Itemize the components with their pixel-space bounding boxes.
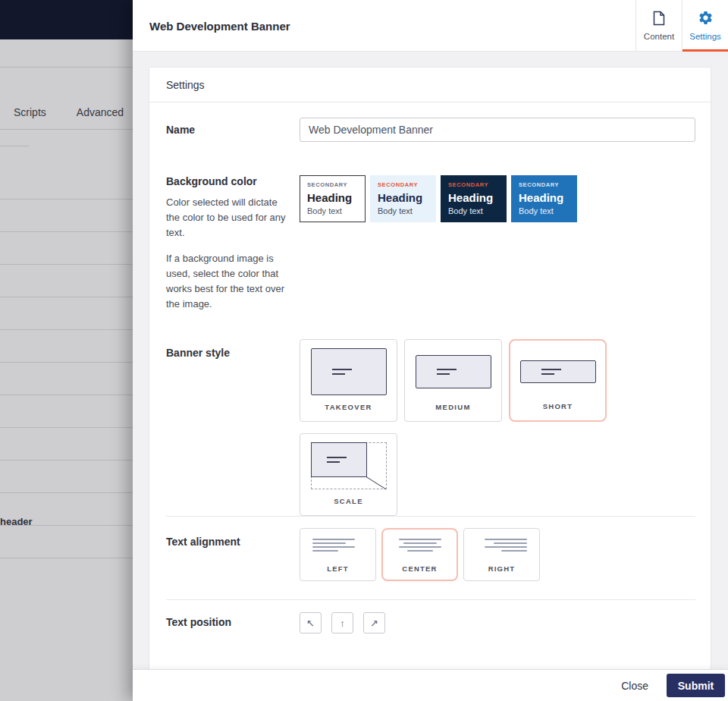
card-title: Settings xyxy=(149,68,711,102)
close-button[interactable]: Close xyxy=(621,680,648,692)
banner-style-short[interactable]: SHORT xyxy=(509,339,607,422)
drawer-title: Web Development Banner xyxy=(149,19,290,32)
swatch-secondary-text: SECONDARY xyxy=(307,181,358,188)
swatch-heading-text: Heading xyxy=(307,191,358,204)
color-swatch-group: SECONDARY Heading Body text SECONDARY He… xyxy=(300,175,695,222)
gear-icon xyxy=(698,10,714,29)
banner-style-option-label: SHORT xyxy=(543,402,573,410)
background-color-help-1: Color selected will dictate the color to… xyxy=(166,195,286,240)
settings-drawer: Web Development Banner Content xyxy=(133,0,728,701)
name-input[interactable] xyxy=(300,118,695,142)
banner-style-option-label: MEDIUM xyxy=(435,403,470,411)
text-position-label: Text position xyxy=(166,612,286,628)
settings-card: Settings Name Background color Color sel… xyxy=(149,67,711,669)
align-left-option[interactable]: LEFT xyxy=(300,528,376,581)
arrow-up-left-icon: ↖ xyxy=(306,618,315,628)
screen: Scripts Advanced header Web Development … xyxy=(0,0,728,701)
swatch-heading-text: Heading xyxy=(378,191,428,204)
name-label: Name xyxy=(166,118,286,136)
align-right-option[interactable]: RIGHT xyxy=(463,528,540,581)
arrow-up-right-icon: ↗ xyxy=(370,618,378,628)
align-center-illustration xyxy=(394,539,445,552)
tab-settings-label: Settings xyxy=(689,32,721,41)
align-option-label: CENTER xyxy=(394,564,445,573)
name-row: Name xyxy=(149,102,711,160)
banner-style-option-label: SCALE xyxy=(334,497,363,505)
submit-button[interactable]: Submit xyxy=(667,674,725,697)
drawer-body: Settings Name Background color Color sel… xyxy=(133,52,728,669)
background-color-label: Background color xyxy=(166,175,286,187)
color-swatch-white[interactable]: SECONDARY Heading Body text xyxy=(300,175,366,222)
drawer-header: Web Development Banner Content xyxy=(133,0,728,52)
position-top-right-button[interactable]: ↗ xyxy=(363,612,385,633)
tab-content-label: Content xyxy=(644,32,674,41)
text-position-row: Text position ↖ ↑ ↗ xyxy=(149,600,711,633)
align-center-option[interactable]: CENTER xyxy=(381,528,458,581)
arrow-up-icon: ↑ xyxy=(340,618,345,628)
swatch-heading-text: Heading xyxy=(519,191,570,204)
short-illustration xyxy=(510,341,605,402)
swatch-body-text: Body text xyxy=(378,206,428,215)
background-color-row: Background color Color selected will dic… xyxy=(149,160,711,333)
banner-style-options: TAKEOVER MEDIUM xyxy=(300,339,626,516)
banner-style-row: Banner style TAKEOVER xyxy=(149,333,711,516)
banner-style-option-label: TAKEOVER xyxy=(325,403,372,411)
banner-style-medium[interactable]: MEDIUM xyxy=(404,339,502,422)
banner-style-label: Banner style xyxy=(166,339,286,359)
swatch-body-text: Body text xyxy=(307,206,358,215)
tab-settings[interactable]: Settings xyxy=(682,0,728,51)
text-position-buttons: ↖ ↑ ↗ xyxy=(300,612,695,633)
tab-content[interactable]: Content xyxy=(635,0,682,51)
swatch-heading-text: Heading xyxy=(448,191,499,204)
text-alignment-label: Text alignment xyxy=(166,528,286,548)
color-swatch-dark-navy[interactable]: SECONDARY Heading Body text xyxy=(441,175,507,222)
swatch-secondary-text: SECONDARY xyxy=(448,181,499,188)
align-option-label: RIGHT xyxy=(476,564,527,573)
text-alignment-options: LEFT CENTER xyxy=(300,528,695,581)
text-alignment-row: Text alignment LEFT xyxy=(149,517,711,599)
banner-style-takeover[interactable]: TAKEOVER xyxy=(300,339,397,422)
medium-illustration xyxy=(405,340,501,403)
drawer-header-tabs: Content Settings xyxy=(635,0,728,51)
swatch-body-text: Body text xyxy=(448,206,499,215)
document-icon xyxy=(653,11,665,29)
takeover-illustration xyxy=(300,340,397,403)
align-option-label: LEFT xyxy=(312,564,363,573)
align-left-illustration xyxy=(312,539,363,552)
swatch-secondary-text: SECONDARY xyxy=(378,181,428,188)
align-right-illustration xyxy=(476,539,527,552)
banner-style-scale[interactable]: SCALE xyxy=(300,433,397,516)
scale-illustration xyxy=(300,434,397,497)
background-color-help-2: If a background image is used, select th… xyxy=(166,251,286,312)
swatch-secondary-text: SECONDARY xyxy=(519,181,570,188)
drawer-footer: Close Submit xyxy=(133,669,728,701)
color-swatch-light-blue[interactable]: SECONDARY Heading Body text xyxy=(370,175,436,222)
swatch-body-text: Body text xyxy=(519,206,570,215)
position-top-center-button[interactable]: ↑ xyxy=(331,612,353,633)
color-swatch-blue[interactable]: SECONDARY Heading Body text xyxy=(511,175,577,222)
position-top-left-button[interactable]: ↖ xyxy=(300,612,322,633)
